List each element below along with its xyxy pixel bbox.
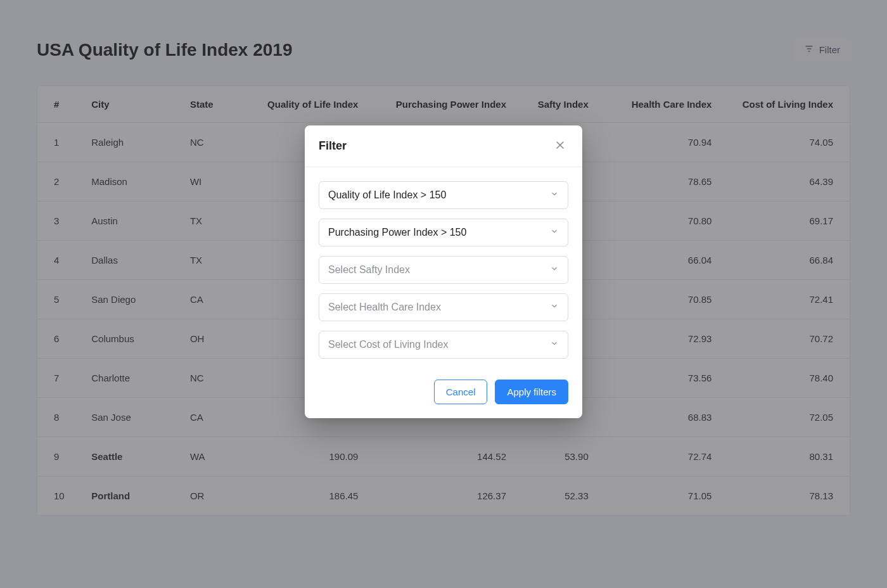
filter-select-label: Select Health Care Index: [328, 302, 441, 313]
modal-overlay[interactable]: Filter Quality of Life Index > 150Purcha…: [0, 0, 887, 588]
apply-filters-button[interactable]: Apply filters: [495, 380, 568, 404]
chevron-down-icon: [550, 189, 559, 201]
filter-select[interactable]: Purchasing Power Index > 150: [319, 219, 568, 246]
filter-select[interactable]: Select Cost of Living Index: [319, 331, 568, 359]
close-button[interactable]: [552, 137, 568, 155]
chevron-down-icon: [550, 227, 559, 238]
filter-modal: Filter Quality of Life Index > 150Purcha…: [305, 125, 582, 418]
chevron-down-icon: [550, 302, 559, 313]
chevron-down-icon: [550, 264, 559, 276]
filter-select[interactable]: Select Health Care Index: [319, 293, 568, 321]
close-icon: [554, 143, 566, 153]
filter-select[interactable]: Quality of Life Index > 150: [319, 181, 568, 209]
filter-select[interactable]: Select Safty Index: [319, 256, 568, 284]
cancel-button[interactable]: Cancel: [434, 380, 488, 404]
filter-select-label: Select Safty Index: [328, 264, 410, 276]
chevron-down-icon: [550, 339, 559, 350]
filter-select-label: Quality of Life Index > 150: [328, 189, 446, 201]
filter-select-label: Purchasing Power Index > 150: [328, 227, 466, 238]
modal-title: Filter: [319, 139, 347, 153]
filter-select-label: Select Cost of Living Index: [328, 339, 448, 350]
